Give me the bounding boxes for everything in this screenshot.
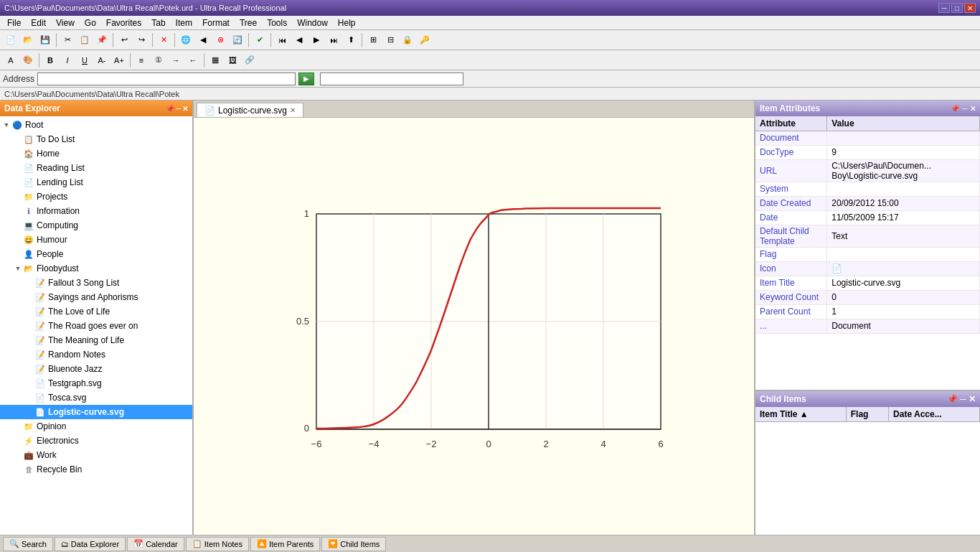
menu-item-go[interactable]: Go — [80, 17, 100, 29]
check-btn[interactable]: ✔ — [252, 32, 268, 48]
tab-logistic-curve[interactable]: 📄 Logistic-curve.svg ✕ — [197, 103, 303, 117]
up-btn[interactable]: ⬆ — [343, 32, 359, 48]
panel-close-button[interactable]: ✕ — [182, 105, 188, 113]
menu-item-view[interactable]: View — [52, 17, 79, 29]
tree-item-loveoflife[interactable]: 📝The Love of Life — [0, 304, 192, 319]
minimize-button[interactable]: ─ — [938, 3, 950, 13]
new-btn[interactable]: 📄 — [3, 32, 19, 48]
bottom-tab-search[interactable]: 🔍Search — [3, 537, 53, 550]
menu-item-window[interactable]: Window — [293, 17, 332, 29]
img-btn[interactable]: 🖼 — [225, 52, 240, 68]
bottom-tab-item-notes[interactable]: 📋Item Notes — [186, 537, 249, 550]
tree-item-home[interactable]: 🏠Home — [0, 146, 192, 161]
tree-item-opinion[interactable]: 📁Opinion — [0, 419, 192, 434]
menu-item-item[interactable]: Item — [171, 17, 197, 29]
tree-item-randomnotes[interactable]: 📝Random Notes — [0, 347, 192, 362]
tree-item-electronics[interactable]: ⚡Electronics — [0, 434, 192, 448]
child-pin-button[interactable]: 📌 — [947, 394, 958, 404]
search-input[interactable] — [320, 72, 463, 85]
tree-item-lending[interactable]: 📄Lending List — [0, 175, 192, 190]
key-btn[interactable]: 🔑 — [417, 32, 433, 48]
menu-item-tab[interactable]: Tab — [147, 17, 169, 29]
smaller-btn[interactable]: A- — [94, 52, 110, 68]
save-btn[interactable]: 💾 — [37, 32, 53, 48]
copy-btn[interactable]: 📋 — [77, 32, 93, 48]
tree-item-humour[interactable]: 😄Humour — [0, 233, 192, 247]
tree-item-roadgoes[interactable]: 📝The Road goes ever on — [0, 319, 192, 333]
cut-btn[interactable]: ✂ — [60, 32, 75, 48]
child-minimize-button[interactable]: ─ — [960, 394, 966, 404]
nav4-btn[interactable]: ⏭ — [326, 32, 341, 48]
nav2-btn[interactable]: ◀ — [291, 32, 307, 48]
tree-item-sayings[interactable]: 📝Sayings and Aphorisms — [0, 290, 192, 304]
open-btn[interactable]: 📂 — [20, 32, 36, 48]
tree-item-meaningoflife[interactable]: 📝The Meaning of Life — [0, 333, 192, 347]
menu-item-edit[interactable]: Edit — [27, 17, 50, 29]
indent-btn[interactable]: → — [168, 52, 184, 68]
ul-btn[interactable]: ≡ — [133, 52, 149, 68]
bottom-tab-data-explorer[interactable]: 🗂Data Explorer — [55, 537, 126, 550]
menu-item-format[interactable]: Format — [198, 17, 234, 29]
tree-item-floobydust[interactable]: ▼📂Floobydust — [0, 261, 192, 276]
outdent-btn[interactable]: ← — [185, 52, 201, 68]
tree-item-recycle[interactable]: 🗑Recycle Bin — [0, 462, 192, 477]
menu-item-favorites[interactable]: Favorites — [102, 17, 146, 29]
tree-item-info[interactable]: ℹInformation — [0, 204, 192, 218]
maximize-button[interactable]: □ — [951, 3, 963, 13]
expand-btn[interactable]: ⊞ — [365, 32, 381, 48]
tree-item-fallout[interactable]: 📝Fallout 3 Song List — [0, 276, 192, 290]
lock-btn[interactable]: 🔒 — [400, 32, 415, 48]
font-btn[interactable]: A — [3, 52, 19, 68]
refresh-btn[interactable]: 🔄 — [230, 32, 245, 48]
fwd-btn[interactable]: ◀ — [195, 32, 211, 48]
underline-btn[interactable]: U — [77, 52, 93, 68]
back-btn[interactable]: 🌐 — [178, 32, 194, 48]
menu-item-file[interactable]: File — [3, 17, 25, 29]
table-btn[interactable]: ▦ — [207, 52, 223, 68]
redo-btn[interactable]: ↪ — [133, 32, 149, 48]
tree-expander[interactable]: ▼ — [1, 120, 11, 130]
stop-btn[interactable]: ⊗ — [212, 32, 228, 48]
child-close-button[interactable]: ✕ — [969, 394, 976, 404]
attr-close-button[interactable]: ✕ — [970, 105, 976, 113]
nav1-btn[interactable]: ⏮ — [274, 32, 290, 48]
tree-area[interactable]: ▼🔵Root📋To Do List🏠Home📄Reading List📄Lend… — [0, 116, 192, 549]
delete-btn[interactable]: ✕ — [156, 32, 171, 48]
panel-pin-button[interactable]: 📌 — [166, 105, 174, 113]
tree-item-testgraph[interactable]: 📄Testgraph.svg — [0, 376, 192, 390]
tab-close-button[interactable]: ✕ — [290, 106, 296, 114]
tree-item-todo[interactable]: 📋To Do List — [0, 132, 192, 146]
close-button[interactable]: ✕ — [964, 3, 976, 13]
undo-btn[interactable]: ↩ — [116, 32, 132, 48]
tree-item-work[interactable]: 💼Work — [0, 448, 192, 462]
ol-btn[interactable]: ① — [151, 52, 166, 68]
tree-item-logistic[interactable]: 📄Logistic-curve.svg — [0, 405, 192, 419]
nav3-btn[interactable]: ▶ — [308, 32, 324, 48]
go-button[interactable]: ▶ — [298, 72, 314, 85]
bigger-btn[interactable]: A+ — [111, 52, 127, 68]
tree-expander[interactable]: ▼ — [13, 263, 23, 273]
child-col-header[interactable]: Flag — [846, 407, 888, 421]
bold-btn[interactable]: B — [42, 52, 58, 68]
panel-minimize-button[interactable]: ─ — [176, 105, 181, 113]
bottom-tab-child-items[interactable]: 🔽Child Items — [321, 537, 386, 550]
attr-pin-button[interactable]: 📌 — [951, 105, 959, 113]
collapse-btn[interactable]: ⊟ — [382, 32, 398, 48]
tree-item-projects[interactable]: 📁Projects — [0, 190, 192, 204]
menu-item-tools[interactable]: Tools — [263, 17, 291, 29]
link-btn[interactable]: 🔗 — [242, 52, 258, 68]
bottom-tab-item-parents[interactable]: 🔼Item Parents — [250, 537, 320, 550]
menu-item-help[interactable]: Help — [334, 17, 360, 29]
tree-item-reading[interactable]: 📄Reading List — [0, 161, 192, 175]
child-col-header[interactable]: Item Title ▲ — [755, 407, 846, 421]
tree-item-people[interactable]: 👤People — [0, 247, 192, 261]
tree-item-bluenote[interactable]: 📝Bluenote Jazz — [0, 362, 192, 376]
tree-item-computing[interactable]: 💻Computing — [0, 218, 192, 233]
tree-item-root[interactable]: ▼🔵Root — [0, 118, 192, 132]
address-input[interactable] — [37, 72, 296, 85]
attr-minimize-button[interactable]: ─ — [962, 105, 967, 113]
bottom-tab-calendar[interactable]: 📅Calendar — [127, 537, 184, 550]
italic-btn[interactable]: I — [60, 52, 75, 68]
paste-btn[interactable]: 📌 — [94, 32, 110, 48]
color-btn[interactable]: 🎨 — [20, 52, 36, 68]
